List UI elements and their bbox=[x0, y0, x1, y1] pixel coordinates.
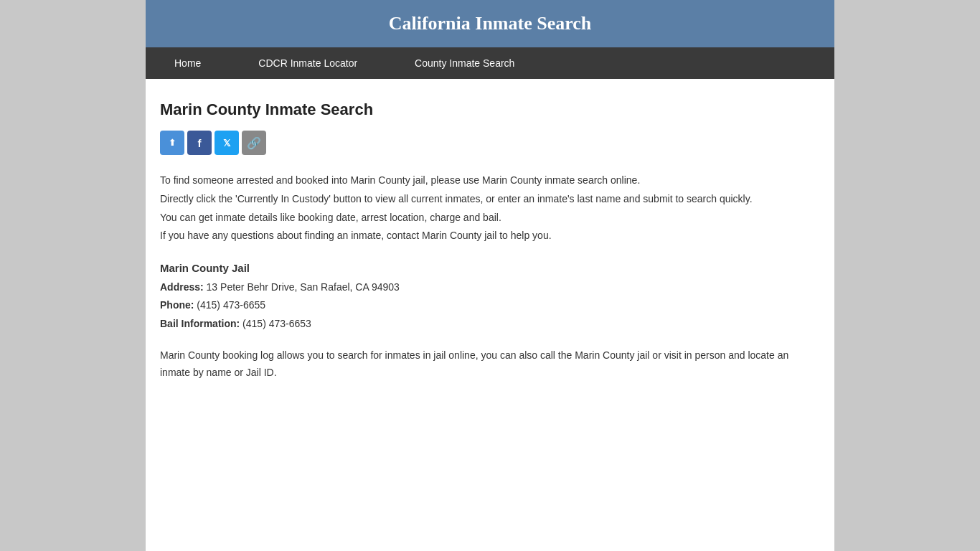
jail-address: Address: 13 Peter Behr Drive, San Rafael… bbox=[160, 278, 806, 296]
nav-bar: Home CDCR Inmate Locator County Inmate S… bbox=[146, 47, 834, 79]
intro-text: To find someone arrested and booked into… bbox=[160, 172, 806, 245]
jail-name: Marin County Jail bbox=[160, 262, 806, 274]
intro-line-1: To find someone arrested and booked into… bbox=[160, 172, 806, 189]
share-button-link[interactable]: 🔗 bbox=[242, 131, 266, 155]
intro-line-4: If you have any questions about finding … bbox=[160, 227, 806, 245]
intro-line-2: Directly click the 'Currently In Custody… bbox=[160, 191, 806, 208]
share-button-share[interactable]: ⬆ bbox=[160, 131, 184, 155]
jail-bail: Bail Information: (415) 473-6653 bbox=[160, 315, 806, 333]
page-title: Marin County Inmate Search bbox=[160, 100, 806, 119]
jail-info: Marin County Jail Address: 13 Peter Behr… bbox=[160, 262, 806, 333]
share-button-twitter[interactable]: 𝕏 bbox=[215, 131, 239, 155]
jail-phone: Phone: (415) 473-6655 bbox=[160, 296, 806, 314]
nav-item-home[interactable]: Home bbox=[146, 47, 230, 79]
share-button-facebook[interactable]: f bbox=[187, 131, 212, 155]
jail-details: Address: 13 Peter Behr Drive, San Rafael… bbox=[160, 278, 806, 333]
site-title: California Inmate Search bbox=[389, 13, 592, 34]
nav-item-cdcr[interactable]: CDCR Inmate Locator bbox=[230, 47, 386, 79]
booking-log-text: Marin County booking log allows you to s… bbox=[160, 347, 806, 382]
share-buttons-bar: ⬆ f 𝕏 🔗 bbox=[160, 131, 806, 155]
site-header: California Inmate Search bbox=[146, 0, 834, 47]
main-content: Marin County Inmate Search ⬆ f 𝕏 🔗 To fi… bbox=[146, 79, 834, 410]
nav-item-county[interactable]: County Inmate Search bbox=[386, 47, 543, 79]
intro-line-3: You can get inmate details like booking … bbox=[160, 209, 806, 227]
